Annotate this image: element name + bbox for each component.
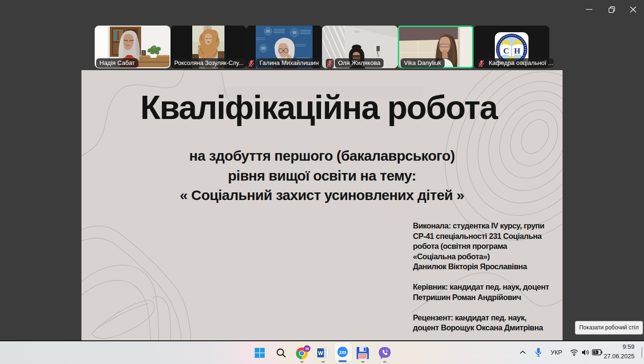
svg-text:H: H xyxy=(305,346,309,351)
svg-text:W: W xyxy=(318,350,323,356)
svg-text:zm: zm xyxy=(339,349,346,355)
svg-text:С: С xyxy=(503,46,509,55)
svg-text:Н: Н xyxy=(514,46,520,55)
